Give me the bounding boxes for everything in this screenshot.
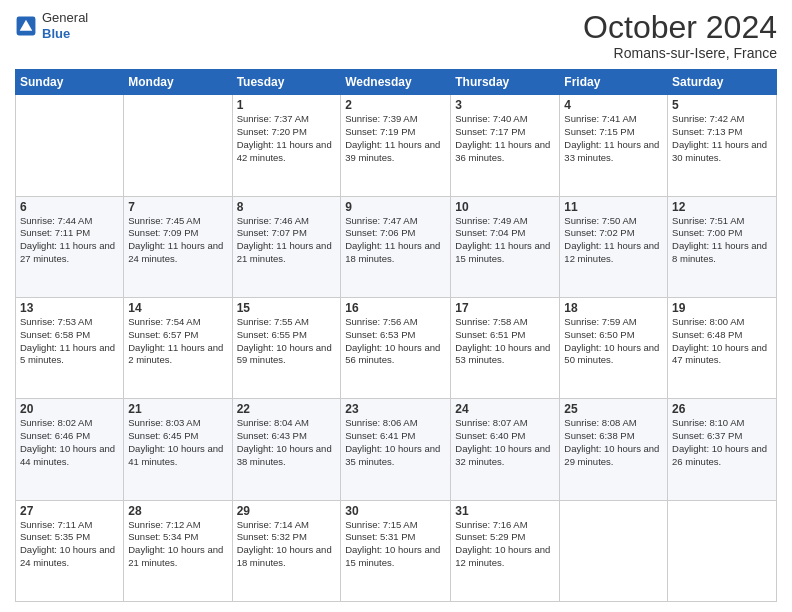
day-cell: 18Sunrise: 7:59 AM Sunset: 6:50 PM Dayli… <box>560 297 668 398</box>
day-info: Sunrise: 7:15 AM Sunset: 5:31 PM Dayligh… <box>345 519 446 570</box>
week-row-3: 13Sunrise: 7:53 AM Sunset: 6:58 PM Dayli… <box>16 297 777 398</box>
day-number: 22 <box>237 402 337 416</box>
day-info: Sunrise: 7:41 AM Sunset: 7:15 PM Dayligh… <box>564 113 663 164</box>
day-cell: 30Sunrise: 7:15 AM Sunset: 5:31 PM Dayli… <box>341 500 451 601</box>
day-info: Sunrise: 7:58 AM Sunset: 6:51 PM Dayligh… <box>455 316 555 367</box>
day-info: Sunrise: 8:06 AM Sunset: 6:41 PM Dayligh… <box>345 417 446 468</box>
day-info: Sunrise: 8:08 AM Sunset: 6:38 PM Dayligh… <box>564 417 663 468</box>
day-info: Sunrise: 7:51 AM Sunset: 7:00 PM Dayligh… <box>672 215 772 266</box>
day-info: Sunrise: 7:46 AM Sunset: 7:07 PM Dayligh… <box>237 215 337 266</box>
col-header-saturday: Saturday <box>668 70 777 95</box>
week-row-5: 27Sunrise: 7:11 AM Sunset: 5:35 PM Dayli… <box>16 500 777 601</box>
day-cell: 27Sunrise: 7:11 AM Sunset: 5:35 PM Dayli… <box>16 500 124 601</box>
day-number: 29 <box>237 504 337 518</box>
day-info: Sunrise: 7:12 AM Sunset: 5:34 PM Dayligh… <box>128 519 227 570</box>
day-info: Sunrise: 7:14 AM Sunset: 5:32 PM Dayligh… <box>237 519 337 570</box>
day-cell: 31Sunrise: 7:16 AM Sunset: 5:29 PM Dayli… <box>451 500 560 601</box>
header-row: SundayMondayTuesdayWednesdayThursdayFrid… <box>16 70 777 95</box>
logo-icon <box>15 15 37 37</box>
day-info: Sunrise: 7:39 AM Sunset: 7:19 PM Dayligh… <box>345 113 446 164</box>
day-number: 15 <box>237 301 337 315</box>
day-cell: 5Sunrise: 7:42 AM Sunset: 7:13 PM Daylig… <box>668 95 777 196</box>
day-number: 7 <box>128 200 227 214</box>
day-cell <box>124 95 232 196</box>
day-number: 13 <box>20 301 119 315</box>
day-cell: 3Sunrise: 7:40 AM Sunset: 7:17 PM Daylig… <box>451 95 560 196</box>
day-cell: 29Sunrise: 7:14 AM Sunset: 5:32 PM Dayli… <box>232 500 341 601</box>
day-number: 11 <box>564 200 663 214</box>
day-info: Sunrise: 7:37 AM Sunset: 7:20 PM Dayligh… <box>237 113 337 164</box>
day-cell: 21Sunrise: 8:03 AM Sunset: 6:45 PM Dayli… <box>124 399 232 500</box>
day-cell: 7Sunrise: 7:45 AM Sunset: 7:09 PM Daylig… <box>124 196 232 297</box>
day-cell: 9Sunrise: 7:47 AM Sunset: 7:06 PM Daylig… <box>341 196 451 297</box>
day-cell: 11Sunrise: 7:50 AM Sunset: 7:02 PM Dayli… <box>560 196 668 297</box>
day-number: 27 <box>20 504 119 518</box>
day-number: 23 <box>345 402 446 416</box>
day-cell: 13Sunrise: 7:53 AM Sunset: 6:58 PM Dayli… <box>16 297 124 398</box>
logo-blue: Blue <box>42 26 88 42</box>
day-info: Sunrise: 7:54 AM Sunset: 6:57 PM Dayligh… <box>128 316 227 367</box>
day-number: 10 <box>455 200 555 214</box>
logo-general: General <box>42 10 88 26</box>
day-cell: 25Sunrise: 8:08 AM Sunset: 6:38 PM Dayli… <box>560 399 668 500</box>
day-cell <box>560 500 668 601</box>
day-number: 30 <box>345 504 446 518</box>
day-info: Sunrise: 7:40 AM Sunset: 7:17 PM Dayligh… <box>455 113 555 164</box>
day-cell: 16Sunrise: 7:56 AM Sunset: 6:53 PM Dayli… <box>341 297 451 398</box>
day-cell: 26Sunrise: 8:10 AM Sunset: 6:37 PM Dayli… <box>668 399 777 500</box>
day-cell: 15Sunrise: 7:55 AM Sunset: 6:55 PM Dayli… <box>232 297 341 398</box>
day-info: Sunrise: 8:07 AM Sunset: 6:40 PM Dayligh… <box>455 417 555 468</box>
day-info: Sunrise: 7:44 AM Sunset: 7:11 PM Dayligh… <box>20 215 119 266</box>
day-info: Sunrise: 8:03 AM Sunset: 6:45 PM Dayligh… <box>128 417 227 468</box>
col-header-friday: Friday <box>560 70 668 95</box>
day-number: 8 <box>237 200 337 214</box>
day-number: 24 <box>455 402 555 416</box>
day-number: 26 <box>672 402 772 416</box>
day-cell: 2Sunrise: 7:39 AM Sunset: 7:19 PM Daylig… <box>341 95 451 196</box>
col-header-thursday: Thursday <box>451 70 560 95</box>
day-info: Sunrise: 7:53 AM Sunset: 6:58 PM Dayligh… <box>20 316 119 367</box>
day-number: 14 <box>128 301 227 315</box>
day-number: 31 <box>455 504 555 518</box>
day-number: 12 <box>672 200 772 214</box>
subtitle: Romans-sur-Isere, France <box>583 45 777 61</box>
day-cell: 24Sunrise: 8:07 AM Sunset: 6:40 PM Dayli… <box>451 399 560 500</box>
col-header-monday: Monday <box>124 70 232 95</box>
day-cell: 6Sunrise: 7:44 AM Sunset: 7:11 PM Daylig… <box>16 196 124 297</box>
month-title: October 2024 <box>583 10 777 45</box>
day-info: Sunrise: 7:59 AM Sunset: 6:50 PM Dayligh… <box>564 316 663 367</box>
day-cell: 8Sunrise: 7:46 AM Sunset: 7:07 PM Daylig… <box>232 196 341 297</box>
day-number: 2 <box>345 98 446 112</box>
day-number: 28 <box>128 504 227 518</box>
day-info: Sunrise: 7:42 AM Sunset: 7:13 PM Dayligh… <box>672 113 772 164</box>
day-info: Sunrise: 7:49 AM Sunset: 7:04 PM Dayligh… <box>455 215 555 266</box>
header: General Blue October 2024 Romans-sur-Ise… <box>15 10 777 61</box>
day-number: 3 <box>455 98 555 112</box>
day-info: Sunrise: 7:47 AM Sunset: 7:06 PM Dayligh… <box>345 215 446 266</box>
day-info: Sunrise: 7:55 AM Sunset: 6:55 PM Dayligh… <box>237 316 337 367</box>
day-number: 1 <box>237 98 337 112</box>
day-info: Sunrise: 7:56 AM Sunset: 6:53 PM Dayligh… <box>345 316 446 367</box>
day-cell: 28Sunrise: 7:12 AM Sunset: 5:34 PM Dayli… <box>124 500 232 601</box>
day-number: 6 <box>20 200 119 214</box>
week-row-1: 1Sunrise: 7:37 AM Sunset: 7:20 PM Daylig… <box>16 95 777 196</box>
day-number: 9 <box>345 200 446 214</box>
day-info: Sunrise: 8:02 AM Sunset: 6:46 PM Dayligh… <box>20 417 119 468</box>
day-cell: 4Sunrise: 7:41 AM Sunset: 7:15 PM Daylig… <box>560 95 668 196</box>
day-info: Sunrise: 8:10 AM Sunset: 6:37 PM Dayligh… <box>672 417 772 468</box>
calendar-table: SundayMondayTuesdayWednesdayThursdayFrid… <box>15 69 777 602</box>
day-number: 4 <box>564 98 663 112</box>
day-info: Sunrise: 8:00 AM Sunset: 6:48 PM Dayligh… <box>672 316 772 367</box>
day-info: Sunrise: 7:16 AM Sunset: 5:29 PM Dayligh… <box>455 519 555 570</box>
day-cell: 23Sunrise: 8:06 AM Sunset: 6:41 PM Dayli… <box>341 399 451 500</box>
day-info: Sunrise: 7:50 AM Sunset: 7:02 PM Dayligh… <box>564 215 663 266</box>
day-info: Sunrise: 8:04 AM Sunset: 6:43 PM Dayligh… <box>237 417 337 468</box>
day-cell: 12Sunrise: 7:51 AM Sunset: 7:00 PM Dayli… <box>668 196 777 297</box>
day-number: 20 <box>20 402 119 416</box>
day-cell: 22Sunrise: 8:04 AM Sunset: 6:43 PM Dayli… <box>232 399 341 500</box>
week-row-2: 6Sunrise: 7:44 AM Sunset: 7:11 PM Daylig… <box>16 196 777 297</box>
day-number: 21 <box>128 402 227 416</box>
day-info: Sunrise: 7:11 AM Sunset: 5:35 PM Dayligh… <box>20 519 119 570</box>
day-cell: 17Sunrise: 7:58 AM Sunset: 6:51 PM Dayli… <box>451 297 560 398</box>
col-header-sunday: Sunday <box>16 70 124 95</box>
